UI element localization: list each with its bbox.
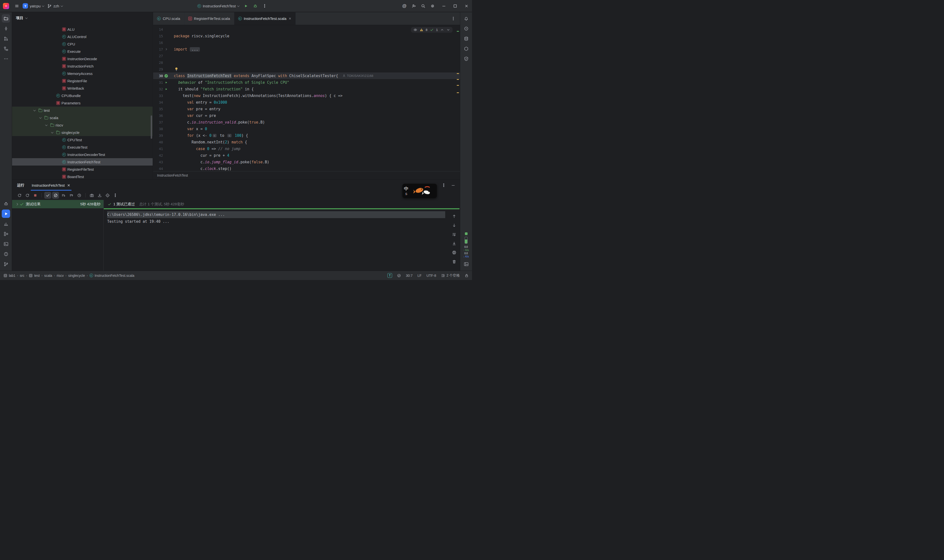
run-more-button[interactable]	[261, 2, 269, 10]
previous-issue-icon[interactable]	[440, 28, 444, 32]
translate-plugin-badge[interactable]: T	[387, 273, 392, 278]
settings-button[interactable]	[428, 2, 437, 10]
code-line-36[interactable]: 36 var cur = pre	[153, 112, 460, 119]
close-icon[interactable]	[67, 183, 71, 187]
rerun-button[interactable]	[16, 192, 23, 199]
project-scrollbar[interactable]	[151, 115, 152, 139]
tree-item-InstructionFetchTest[interactable]: CInstructionFetchTest	[12, 158, 153, 166]
tool-run-button[interactable]	[2, 209, 10, 218]
tool-commit-button[interactable]	[2, 24, 10, 33]
mentions-button[interactable]: @	[400, 2, 409, 10]
close-button[interactable]	[461, 0, 472, 12]
tool-pull-requests-button[interactable]	[2, 34, 10, 43]
test-results-row[interactable]: 测试结果 5秒 428毫秒	[12, 200, 103, 208]
code-line-42[interactable]: 42 cur = pre + 4	[153, 152, 460, 158]
code-line-15[interactable]: 15package riscv.singlecycle	[153, 33, 460, 39]
chevron-down-icon[interactable]	[51, 131, 53, 133]
rerun-failed-tests-button[interactable]	[24, 192, 31, 199]
code-line-43[interactable]: 43 c.io.jump_flag_id.poke(false.B)	[153, 158, 460, 165]
code-line-32[interactable]: 32 it should "fetch instruction" in {	[153, 86, 460, 92]
close-tab-icon[interactable]	[288, 17, 292, 20]
tree-item-CPU[interactable]: CCPU	[12, 40, 153, 48]
code-line-34[interactable]: 34 val entry = 0x1000	[153, 99, 460, 106]
code-line-40[interactable]: 40 Random.nextInt(2) match {	[153, 139, 460, 145]
tool-debug-button[interactable]	[2, 200, 10, 208]
screenshot-button[interactable]	[88, 192, 95, 199]
tool-version-control-button[interactable]	[2, 260, 10, 268]
run-button[interactable]	[242, 2, 250, 10]
print-button[interactable]	[450, 249, 458, 256]
hide-panel-button[interactable]	[450, 182, 457, 189]
tool-ai-assistant-button[interactable]	[462, 24, 470, 33]
debug-button[interactable]	[251, 2, 260, 10]
breadcrumb-riscv[interactable]: riscv	[57, 274, 64, 277]
stop-button[interactable]	[32, 192, 39, 199]
scroll-up-button[interactable]	[450, 213, 458, 220]
code-with-me-button[interactable]	[410, 2, 418, 10]
tool-database-button[interactable]	[462, 34, 470, 43]
tab-options-button[interactable]	[450, 15, 457, 22]
tree-item-riscv[interactable]: riscv	[12, 122, 153, 129]
sort-by-duration-button[interactable]	[68, 192, 75, 199]
tool-project-button[interactable]	[2, 14, 10, 23]
run-test-gutter-icon[interactable]	[165, 88, 168, 91]
test-passed-gutter-icon[interactable]	[165, 74, 168, 78]
tree-item-CPUTest[interactable]: CCPUTest	[12, 136, 153, 143]
export-test-results-button[interactable]	[96, 192, 103, 199]
navigate-with-single-click-button[interactable]	[104, 192, 111, 199]
console-output[interactable]: C:\Users\26586\.jdks\temurin-17.0.16\bin…	[104, 209, 460, 225]
show-passed-button[interactable]	[44, 192, 51, 199]
indent-style[interactable]: 2 个空格	[441, 273, 460, 278]
code-line-41[interactable]: 41 case 0 => // no jump	[153, 145, 460, 152]
tool-notifications-button[interactable]	[462, 14, 470, 23]
run-panel-options-button[interactable]	[440, 182, 447, 189]
error-stripe[interactable]	[456, 25, 460, 171]
inspection-widget[interactable]: 8 1	[411, 27, 453, 33]
tree-item-InstructionDecoderTest[interactable]: CInstructionDecoderTest	[12, 151, 153, 158]
run-config-selector[interactable]: C InstructionFetchTest	[196, 2, 241, 10]
minimize-button[interactable]	[438, 0, 449, 12]
tree-item-WriteBack[interactable]: WriteBack	[12, 85, 153, 92]
tree-item-ExecuteTest[interactable]: CExecuteTest	[12, 143, 153, 151]
tree-item-singlecycle[interactable]: singlecycle	[12, 129, 153, 136]
breadcrumb-lab1[interactable]: lab1	[3, 274, 15, 277]
main-menu-button[interactable]	[12, 2, 21, 10]
line-separator[interactable]: LF	[417, 274, 421, 277]
memory-indicator[interactable]	[464, 237, 467, 244]
project-panel-header[interactable]: 项目	[12, 12, 153, 23]
lock-icon[interactable]	[464, 274, 469, 277]
more-options-button[interactable]	[112, 192, 119, 199]
editor-tab-CPU.scala[interactable]: CCPU.scala	[153, 12, 184, 25]
tree-item-InstructionDecode[interactable]: InstructionDecode	[12, 55, 153, 62]
tree-item-ALUControl[interactable]: CALUControl	[12, 33, 153, 40]
chevron-down-icon[interactable]	[33, 109, 35, 111]
breadcrumb-test[interactable]: test	[29, 274, 40, 277]
tree-item-RegisterFileTest[interactable]: RegisterFileTest	[12, 166, 153, 173]
test-history-button[interactable]	[76, 192, 83, 199]
tool-gradle-button[interactable]	[462, 45, 470, 53]
scroll-down-button[interactable]	[450, 222, 458, 229]
intention-bulb-icon[interactable]	[174, 67, 179, 71]
editor-tab-RegisterFileTest.scala[interactable]: RegisterFileTest.scala	[184, 12, 234, 25]
show-ignored-button[interactable]	[52, 192, 59, 199]
fold-chevron-icon[interactable]	[165, 48, 168, 51]
code-line-27[interactable]: 27	[153, 52, 460, 59]
code-line-35[interactable]: 35 var pre = entry	[153, 106, 460, 112]
vcs-branch-widget[interactable]: zzh	[46, 2, 64, 10]
run-test-gutter-icon[interactable]	[165, 81, 168, 84]
tree-item-ALU[interactable]: ALU	[12, 26, 153, 33]
tool-services-button[interactable]	[2, 230, 10, 238]
code-line-37[interactable]: 37 c.io.instruction_valid.poke(true.B)	[153, 119, 460, 126]
ime-widget[interactable]: 中 S	[403, 184, 437, 198]
code-line-33[interactable]: 33 test(new InstructionFetch).withAnnota…	[153, 92, 460, 99]
tool-structure-button[interactable]	[2, 45, 10, 53]
tool-dependency-checker-button[interactable]	[462, 54, 470, 63]
tree-item-BoardTest[interactable]: BoardTest	[12, 173, 153, 179]
editor-breadcrumb[interactable]: InstructionFetchTest	[153, 171, 460, 179]
next-issue-icon[interactable]	[446, 28, 450, 32]
chevron-down-icon[interactable]	[39, 116, 42, 118]
search-everywhere-button[interactable]	[419, 2, 427, 10]
code-editor[interactable]: 1415package riscv.singlecycle1617import …	[153, 25, 460, 171]
project-widget[interactable]: Y yatcpu	[21, 2, 46, 10]
tool-terminal-button[interactable]	[2, 240, 10, 248]
